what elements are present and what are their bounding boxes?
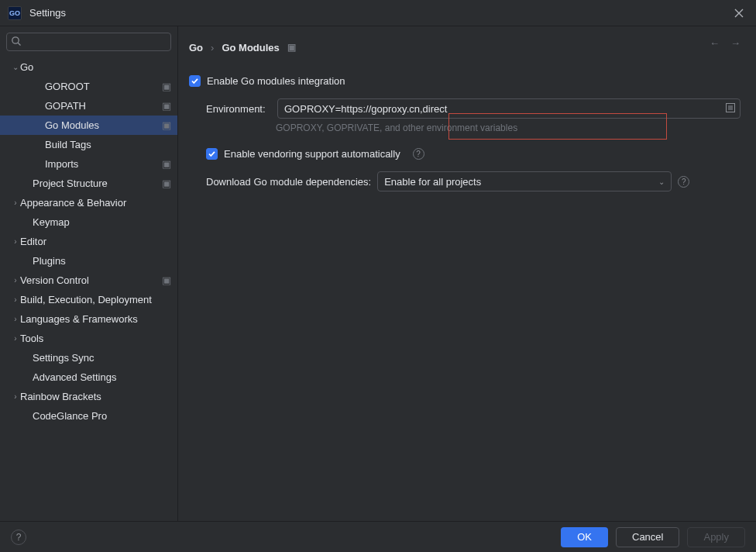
chevron-right-icon: › xyxy=(11,392,20,401)
sidebar-item-label: Go xyxy=(20,61,171,73)
scope-badge-icon: ▣ xyxy=(287,42,296,53)
chevron-right-icon: › xyxy=(11,237,20,246)
sidebar-item-label: Imports xyxy=(45,158,162,170)
sidebar-item-label: Go Modules xyxy=(45,119,162,131)
sidebar-item-label: Rainbow Brackets xyxy=(20,391,171,402)
search-box xyxy=(6,33,171,51)
sidebar: ⌄GoGOROOT▣GOPATH▣Go Modules▣Build TagsIm… xyxy=(0,26,178,521)
sidebar-item-label: Version Control xyxy=(20,274,162,286)
sidebar-item-settings-sync[interactable]: Settings Sync xyxy=(0,348,177,367)
window-title: Settings xyxy=(29,7,66,19)
breadcrumb-root[interactable]: Go xyxy=(189,42,203,53)
settings-tree: ⌄GoGOROOT▣GOPATH▣Go Modules▣Build TagsIm… xyxy=(0,56,177,521)
chevron-right-icon: › xyxy=(11,198,20,207)
breadcrumb: Go › Go Modules ▣ xyxy=(189,36,741,59)
sidebar-item-gopath[interactable]: GOPATH▣ xyxy=(0,96,177,116)
sidebar-item-version-control[interactable]: ›Version Control▣ xyxy=(0,271,177,290)
download-deps-label: Download Go module dependencies: xyxy=(206,176,371,188)
sidebar-item-label: Advanced Settings xyxy=(33,371,171,383)
sidebar-item-project-structure[interactable]: Project Structure▣ xyxy=(0,174,177,193)
footer: ? OK Cancel Apply xyxy=(0,521,756,552)
nav-forward-icon[interactable]: → xyxy=(730,37,741,49)
scope-badge-icon: ▣ xyxy=(162,178,171,189)
enable-modules-checkbox[interactable] xyxy=(189,75,201,87)
breadcrumb-leaf: Go Modules xyxy=(222,42,279,53)
sidebar-item-tools[interactable]: ›Tools xyxy=(0,329,177,348)
download-deps-value: Enable for all projects xyxy=(384,176,481,188)
sidebar-item-codeglance-pro[interactable]: CodeGlance Pro xyxy=(0,406,177,426)
help-button[interactable]: ? xyxy=(11,530,26,545)
nav-back-icon[interactable]: ← xyxy=(710,37,720,49)
sidebar-item-keymap[interactable]: Keymap xyxy=(0,212,177,232)
sidebar-item-advanced-settings[interactable]: Advanced Settings xyxy=(0,367,177,387)
environment-label: Environment: xyxy=(206,103,271,115)
sidebar-item-label: GOPATH xyxy=(45,100,162,112)
sidebar-item-label: GOROOT xyxy=(45,81,162,92)
cancel-button[interactable]: Cancel xyxy=(616,527,679,547)
sidebar-item-label: Project Structure xyxy=(33,178,162,189)
sidebar-item-appearance-behavior[interactable]: ›Appearance & Behavior xyxy=(0,193,177,212)
sidebar-item-label: Build Tags xyxy=(45,139,171,150)
search-icon xyxy=(11,36,22,47)
chevron-down-icon: ⌄ xyxy=(658,178,665,186)
sidebar-item-label: Keymap xyxy=(33,216,171,228)
scope-badge-icon: ▣ xyxy=(162,158,171,170)
titlebar: GO Settings xyxy=(0,0,756,26)
sidebar-item-label: Languages & Frameworks xyxy=(20,313,171,325)
chevron-down-icon: ⌄ xyxy=(11,63,20,71)
close-icon[interactable] xyxy=(730,5,748,21)
sidebar-item-rainbow-brackets[interactable]: ›Rainbow Brackets xyxy=(0,387,177,406)
sidebar-item-editor[interactable]: ›Editor xyxy=(0,232,177,251)
sidebar-item-go-modules[interactable]: Go Modules▣ xyxy=(0,116,177,135)
sidebar-item-build-execution-deployment[interactable]: ›Build, Execution, Deployment xyxy=(0,290,177,309)
apply-button: Apply xyxy=(687,527,745,547)
sidebar-item-goroot[interactable]: GOROOT▣ xyxy=(0,77,177,96)
download-deps-select[interactable]: Enable for all projects ⌄ xyxy=(377,171,672,191)
app-icon: GO xyxy=(8,6,22,20)
scope-badge-icon: ▣ xyxy=(162,100,171,112)
sidebar-item-label: Tools xyxy=(20,333,171,344)
sidebar-item-label: Settings Sync xyxy=(33,352,171,364)
expand-list-icon[interactable] xyxy=(725,102,736,113)
sidebar-item-languages-frameworks[interactable]: ›Languages & Frameworks xyxy=(0,309,177,329)
scope-badge-icon: ▣ xyxy=(162,81,171,92)
sidebar-item-label: Editor xyxy=(20,236,171,247)
svg-line-1 xyxy=(18,43,20,45)
enable-vendoring-label: Enable vendoring support automatically xyxy=(224,148,400,160)
svg-point-0 xyxy=(12,37,19,43)
environment-input[interactable] xyxy=(277,98,741,119)
sidebar-item-label: Appearance & Behavior xyxy=(20,197,171,209)
environment-hint: GOPROXY, GOPRIVATE, and other environmen… xyxy=(189,122,741,133)
chevron-right-icon: › xyxy=(11,295,20,304)
sidebar-item-label: Plugins xyxy=(33,255,171,267)
chevron-right-icon: › xyxy=(11,315,20,323)
enable-vendoring-checkbox[interactable] xyxy=(206,148,218,160)
chevron-right-icon: › xyxy=(211,42,214,53)
sidebar-item-label: Build, Execution, Deployment xyxy=(20,294,171,305)
chevron-right-icon: › xyxy=(11,334,20,343)
content-pane: Go › Go Modules ▣ ← → Enable Go modules … xyxy=(178,26,756,521)
enable-modules-label: Enable Go modules integration xyxy=(207,75,345,87)
scope-badge-icon: ▣ xyxy=(162,119,171,131)
sidebar-item-build-tags[interactable]: Build Tags xyxy=(0,135,177,154)
sidebar-item-go[interactable]: ⌄Go xyxy=(0,57,177,77)
sidebar-item-imports[interactable]: Imports▣ xyxy=(0,154,177,174)
help-icon[interactable]: ? xyxy=(678,176,689,188)
scope-badge-icon: ▣ xyxy=(162,274,171,286)
chevron-right-icon: › xyxy=(11,276,20,285)
ok-button[interactable]: OK xyxy=(561,527,608,547)
sidebar-item-plugins[interactable]: Plugins xyxy=(0,251,177,271)
search-input[interactable] xyxy=(6,33,171,51)
sidebar-item-label: CodeGlance Pro xyxy=(33,410,171,422)
help-icon[interactable]: ? xyxy=(413,148,424,160)
